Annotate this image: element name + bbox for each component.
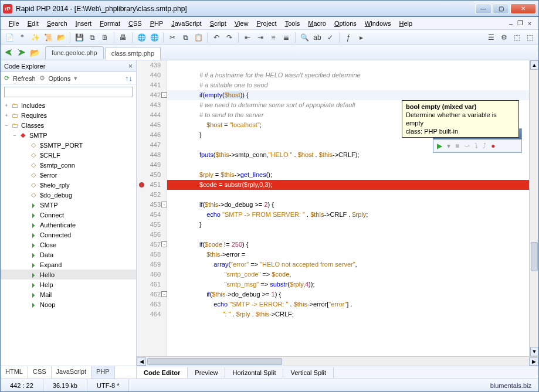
menu-php[interactable]: PHP [147, 19, 167, 28]
wizard-icon[interactable]: ✨ [30, 32, 40, 43]
tree-item-mail[interactable]: ⏵Mail [1, 289, 136, 299]
list2-icon[interactable]: ≣ [281, 32, 291, 43]
tree-item-expand[interactable]: ⏵Expand [1, 260, 136, 270]
debug-step-out-icon[interactable]: ⤴ [483, 142, 486, 150]
menu-insert[interactable]: Insert [72, 19, 96, 28]
tree-item-do_debug[interactable]: ◇$do_debug [1, 190, 136, 200]
debug-breakpoint-icon[interactable]: ● [491, 142, 495, 150]
scroll-thumb[interactable] [531, 242, 538, 271]
tree-item-classes[interactable]: −🗀Classes [1, 120, 136, 130]
new-icon[interactable]: ＊ [17, 32, 28, 43]
tool4-icon[interactable]: ⬚ [524, 32, 535, 43]
paste-icon[interactable]: 📋 [193, 32, 204, 43]
lang-tab-css[interactable]: CSS [28, 366, 52, 379]
view-tab-code-editor[interactable]: Code Editor [137, 367, 188, 378]
tree-item-helo_rply[interactable]: ◇$helo_rply [1, 180, 136, 190]
replace-icon[interactable]: ab [312, 32, 323, 43]
scroll-up-icon[interactable]: ▲ [530, 60, 538, 70]
tree-item-smtp_port[interactable]: ◇$SMTP_PORT [1, 140, 136, 150]
tool3-icon[interactable]: ⬚ [511, 32, 522, 43]
lang-tab-javascript[interactable]: JavaScript [52, 366, 91, 379]
copy-icon[interactable]: ⧉ [87, 32, 97, 43]
menu-windows[interactable]: Windows [361, 19, 395, 28]
menu-edit[interactable]: Edit [24, 19, 42, 28]
menu-script[interactable]: Script [206, 19, 230, 28]
mdi-restore-icon[interactable]: ❐ [516, 19, 524, 28]
scroll-left-icon[interactable]: ◀ [137, 357, 146, 366]
tree-item-smtp_conn[interactable]: ◇$smtp_conn [1, 160, 136, 170]
close-button[interactable]: ✕ [510, 4, 536, 14]
redo-icon[interactable]: ↷ [224, 32, 235, 43]
tree-item-crlf[interactable]: ◇$CRLF [1, 150, 136, 160]
run-icon[interactable]: ▸ [356, 32, 367, 43]
tree-item-data[interactable]: ⏵Data [1, 250, 136, 260]
copy2-icon[interactable]: ⧉ [180, 32, 191, 43]
tree-item-close[interactable]: ⏵Close [1, 240, 136, 250]
browser2-icon[interactable]: 🌐 [149, 32, 160, 43]
view-tab-vertical-split[interactable]: Vertical Split [283, 367, 334, 378]
menu-search[interactable]: Search [43, 19, 71, 28]
nav-back-icon[interactable]: ⮜ [3, 47, 15, 59]
tab-func-geoloc[interactable]: func.geoloc.php [45, 46, 104, 59]
debug-stop-icon[interactable]: ■ [455, 142, 459, 150]
view-tab-preview[interactable]: Preview [188, 367, 225, 378]
sort-icon[interactable]: ↑↓ [125, 74, 133, 83]
menu-format[interactable]: Format [96, 19, 124, 28]
menu-tools[interactable]: Tools [282, 19, 304, 28]
vertical-scrollbar[interactable]: ▲ ▼ [529, 60, 538, 356]
cut-icon[interactable]: ✂ [167, 32, 178, 43]
hscroll-thumb[interactable] [147, 358, 282, 365]
menu-javascript[interactable]: JavaScript [168, 19, 205, 28]
menu-project[interactable]: Project [253, 19, 280, 28]
find-icon[interactable]: 🔍 [299, 32, 310, 43]
outdent-icon[interactable]: ⇤ [242, 32, 253, 43]
script-icon[interactable]: 📜 [43, 32, 53, 43]
menu-help[interactable]: Help [395, 19, 416, 28]
tree-item-hello[interactable]: ⏵Hello [1, 270, 136, 279]
save-all-icon[interactable]: 🗎 [100, 32, 110, 43]
tree-item-connect[interactable]: ⏵Connect [1, 210, 136, 220]
minimize-button[interactable]: — [475, 4, 491, 14]
nav-forward-icon[interactable]: ⮞ [16, 47, 28, 59]
menu-view[interactable]: View [231, 19, 252, 28]
maximize-button[interactable]: ▢ [493, 4, 509, 14]
panel-close-icon[interactable]: × [128, 62, 133, 70]
save-icon[interactable]: 💾 [74, 32, 84, 43]
debug-step-in-icon[interactable]: ⤵ [474, 142, 478, 150]
tree-item-help[interactable]: ⏵Help [1, 279, 136, 289]
new-file-icon[interactable]: 📄 [4, 32, 15, 43]
list-icon[interactable]: ≡ [268, 32, 279, 43]
debug-step-over-icon[interactable]: ⤻ [464, 142, 470, 150]
indent-icon[interactable]: ⇥ [255, 32, 266, 43]
undo-icon[interactable]: ↶ [211, 32, 222, 43]
tree-item-authenticate[interactable]: ⏵Authenticate [1, 220, 136, 230]
tree-item-smtp[interactable]: ⏵SMTP [1, 200, 136, 210]
menu-macro[interactable]: Macro [304, 19, 330, 28]
refresh-icon[interactable]: ⟳ [4, 74, 9, 82]
status-encoding[interactable]: UTF-8 * [87, 379, 130, 391]
lang-tab-html[interactable]: HTML [1, 366, 28, 379]
check-icon[interactable]: ✓ [325, 32, 335, 43]
menu-css[interactable]: CSS [125, 19, 145, 28]
scroll-down-icon[interactable]: ▼ [530, 347, 538, 356]
tool1-icon[interactable]: ☰ [486, 32, 496, 43]
tree-item-connected[interactable]: ⏵Connected [1, 230, 136, 240]
tab-class-smtp[interactable]: class.smtp.php [105, 47, 161, 60]
menu-options[interactable]: Options [331, 19, 360, 28]
lang-tab-php[interactable]: PHP [91, 366, 115, 379]
horizontal-scrollbar[interactable]: ◀ ▶ [137, 356, 538, 366]
open-icon[interactable]: 📂 [56, 32, 66, 43]
debug-run-icon[interactable]: ▶ [437, 142, 442, 150]
view-tab-horizontal-split[interactable]: Horizontal Split [225, 367, 283, 378]
mdi-close-icon[interactable]: × [526, 19, 534, 28]
tree-item-smtp[interactable]: −◆SMTP [1, 130, 136, 140]
refresh-button[interactable]: Refresh [13, 75, 36, 82]
options-button[interactable]: Options [49, 75, 71, 82]
scroll-right-icon[interactable]: ▶ [529, 357, 538, 366]
print-icon[interactable]: 🖶 [118, 32, 128, 43]
mdi-minimize-icon[interactable]: – [507, 19, 515, 28]
tree-item-noop[interactable]: ⏵Noop [1, 299, 136, 309]
func-icon[interactable]: ƒ [343, 32, 354, 43]
nav-open-icon[interactable]: 📂 [29, 47, 40, 59]
tree-item-error[interactable]: ◇$error [1, 170, 136, 180]
